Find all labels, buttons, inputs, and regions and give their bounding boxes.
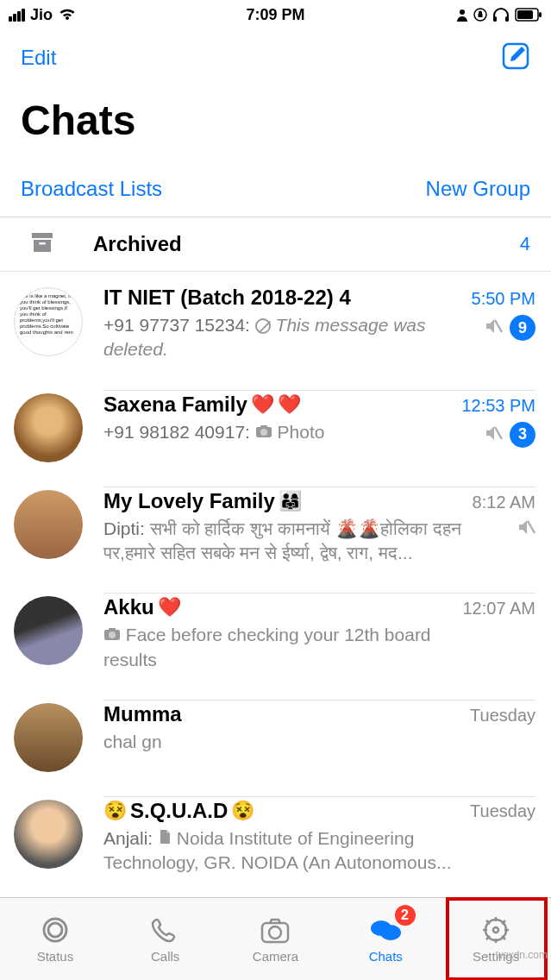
svg-rect-5	[517, 10, 533, 19]
svg-rect-10	[39, 242, 46, 245]
chat-name: IT NIET (Batch 2018-22) 4	[103, 286, 351, 310]
avatar	[14, 393, 83, 462]
signal-icon	[9, 9, 25, 22]
avatar	[14, 800, 83, 869]
watermark: wsxdn.com	[496, 949, 548, 961]
sender-label: +91 97737 15234:	[103, 315, 255, 335]
battery-icon	[515, 8, 542, 22]
chat-preview: Dipti: सभी को हार्दिक शुभ कामनायें 🌋🌋होल…	[103, 517, 466, 566]
chat-row[interactable]: Akku❤️12:07 AM Face before checking your…	[0, 581, 551, 688]
svg-point-21	[48, 923, 62, 937]
nav-header: Edit	[0, 29, 551, 81]
sender-label: Anjali:	[103, 828, 158, 848]
avatar	[14, 703, 83, 772]
status-icon	[38, 914, 72, 945]
svg-point-27	[493, 927, 498, 933]
svg-line-11	[495, 320, 502, 332]
sender-label: +91 98182 40917:	[103, 422, 255, 442]
edit-button[interactable]: Edit	[21, 46, 56, 70]
clock: 7:09 PM	[246, 6, 304, 24]
svg-point-23	[269, 927, 281, 939]
svg-rect-2	[493, 16, 497, 22]
blocked-icon	[255, 318, 271, 334]
chat-row[interactable]: 😵S.Q.U.A.D😵TuesdayAnjali: Noida Institut…	[0, 784, 551, 891]
chat-row[interactable]: MummaTuesdaychal gn	[0, 688, 551, 784]
tab-chats-label: Chats	[369, 949, 403, 964]
wifi-icon	[58, 8, 77, 22]
rotation-lock-icon	[473, 8, 487, 22]
svg-rect-8	[32, 233, 53, 238]
broadcast-lists-button[interactable]: Broadcast Lists	[21, 177, 162, 201]
chat-name: Saxena Family	[103, 393, 247, 417]
svg-point-18	[109, 631, 116, 638]
chat-preview: chal gn	[103, 730, 162, 754]
heart-icon: ❤️	[158, 596, 181, 619]
document-icon	[158, 828, 172, 848]
chats-badge: 2	[395, 905, 416, 926]
chat-name: My Lovely Family	[103, 489, 275, 513]
chat-time: Tuesday	[470, 801, 535, 821]
headphones-icon	[492, 7, 510, 22]
chat-preview: +91 98182 40917: Photo	[103, 420, 324, 444]
camera-icon	[255, 422, 272, 442]
svg-point-13	[260, 429, 267, 436]
heart-icon: ❤️	[251, 393, 274, 416]
svg-rect-3	[505, 16, 509, 22]
chat-list[interactable]: Life is like a magnet, if you think of b…	[0, 272, 551, 897]
camera-icon	[103, 625, 121, 644]
svg-rect-14	[260, 425, 267, 428]
svg-line-15	[495, 427, 502, 439]
svg-rect-9	[34, 240, 51, 252]
tab-status[interactable]: Status	[0, 898, 110, 980]
family-icon: 👨‍👩‍👧	[279, 490, 302, 512]
chat-row[interactable]: Life is like a magnet, if you think of b…	[0, 272, 551, 378]
tab-calls-label: Calls	[151, 949, 179, 964]
chat-time: 12:07 AM	[462, 599, 535, 619]
svg-point-25	[380, 925, 401, 940]
chat-preview: Anjali: Noida Institute of Engineering T…	[103, 826, 466, 876]
dizzy-icon: 😵	[231, 800, 254, 822]
svg-point-0	[460, 9, 465, 15]
tab-settings[interactable]: Settings	[441, 898, 551, 980]
chat-preview: Face before checking your 12th board res…	[103, 623, 466, 672]
person-icon	[456, 8, 468, 22]
unread-badge: 3	[510, 422, 535, 448]
chat-time: 5:50 PM	[472, 289, 535, 309]
chat-time: Tuesday	[470, 706, 535, 726]
carrier-label: Jio	[30, 6, 53, 24]
chat-row[interactable]: Saxena Family❤️❤️12:53 PM+91 98182 40917…	[0, 378, 551, 474]
phone-icon	[148, 914, 183, 945]
tab-camera[interactable]: Camera	[221, 898, 331, 980]
heart-icon: ❤️	[278, 393, 301, 416]
svg-rect-6	[539, 12, 542, 17]
sub-actions: Broadcast Lists New Group	[0, 153, 551, 217]
archived-label: Archived	[93, 232, 520, 256]
archived-count: 4	[520, 233, 530, 255]
tab-status-label: Status	[37, 949, 74, 964]
unread-badge: 9	[510, 315, 535, 341]
mute-icon	[517, 518, 535, 539]
avatar: Life is like a magnet, if you think of b…	[14, 287, 83, 356]
mute-icon	[484, 317, 503, 338]
tab-calls[interactable]: Calls	[110, 898, 221, 980]
tab-camera-label: Camera	[253, 949, 298, 964]
compose-button[interactable]	[501, 41, 530, 74]
chat-time: 12:53 PM	[461, 396, 535, 416]
svg-line-16	[528, 521, 535, 533]
camera-icon	[258, 914, 292, 945]
tab-chats[interactable]: 2 Chats	[330, 898, 441, 980]
chat-row[interactable]: My Lovely Family👨‍👩‍👧8:12 AMDipti: सभी क…	[0, 474, 551, 581]
dizzy-icon: 😵	[103, 800, 127, 822]
chat-name: S.Q.U.A.D	[130, 799, 228, 823]
archive-icon	[21, 231, 64, 257]
tab-bar: Status Calls Camera 2 Chats Settings	[0, 897, 551, 980]
avatar	[14, 596, 83, 665]
archived-row[interactable]: Archived 4	[0, 217, 551, 272]
chat-name: Akku	[103, 595, 154, 619]
new-group-button[interactable]: New Group	[426, 177, 530, 201]
page-title: Chats	[0, 81, 551, 153]
svg-rect-19	[109, 628, 116, 631]
chat-name: Mumma	[103, 702, 182, 726]
gear-icon	[479, 914, 513, 945]
status-bar: Jio 7:09 PM	[0, 0, 551, 29]
